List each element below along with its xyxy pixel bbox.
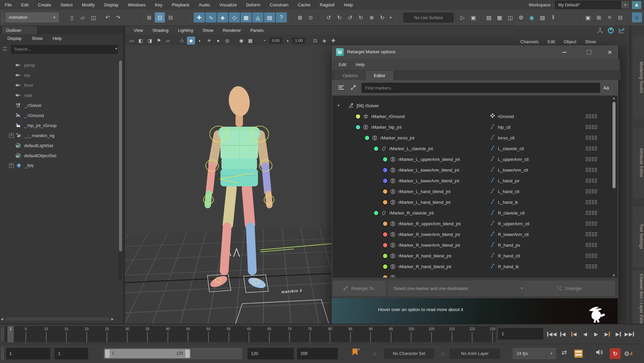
scroll-up-icon[interactable]: ▲ (612, 96, 616, 100)
animation-preferences-button[interactable]: ⚙ʎ (624, 348, 638, 359)
marker-row[interactable]: rMarker_hip_jnthip_ctl (332, 122, 618, 132)
viewport-menu-show[interactable]: Show (198, 26, 218, 35)
list-settings-icon[interactable] (338, 84, 344, 92)
menu-constrain[interactable]: Constrain (265, 0, 293, 10)
outliner-vertical-scrollbar[interactable] (118, 59, 122, 280)
select-component-icon[interactable]: ⊟ (166, 12, 176, 22)
maximize-button[interactable] (583, 48, 595, 56)
outliner-item-side[interactable]: side (0, 90, 117, 100)
textured-mode-icon[interactable]: ◐ (196, 37, 204, 45)
add-bookmark-icon[interactable]: + (358, 348, 360, 351)
construction-history-icon[interactable]: ↺ (345, 12, 355, 22)
marker-row[interactable]: rMarker_R_hand_blend_jntR_hand_ik (332, 261, 618, 272)
open-render-view-icon[interactable]: ▧ (484, 12, 494, 22)
construction-dropdown-icon[interactable]: ▾ (388, 12, 393, 22)
outliner-search-dropdown-icon[interactable]: ▼ (115, 47, 118, 51)
use-all-lights-icon[interactable]: ☀ (205, 37, 213, 45)
outliner-item-top[interactable]: top (0, 70, 117, 80)
expand-icon[interactable]: + (9, 133, 14, 138)
scroll-down-icon[interactable]: ▼ (612, 274, 616, 277)
scrollbar-thumb[interactable] (119, 60, 122, 251)
marker-row[interactable]: rMarker_R_lowerArm_blend_jntR_hand_pv (332, 240, 618, 250)
untarget-button[interactable]: Untarget (523, 280, 615, 296)
snap-to-projected-center-icon[interactable]: ◇ (229, 12, 240, 22)
graph-editor-icon[interactable] (618, 27, 625, 36)
playblast-icon[interactable]: ▷ (458, 12, 468, 22)
render-region-icon[interactable]: ▨ (537, 12, 548, 22)
menu-visualize[interactable]: Visualize (215, 0, 242, 10)
viewport-gamma-value[interactable]: 1.00 (292, 38, 305, 44)
row-options-icon[interactable] (586, 210, 597, 217)
exposure-icon-icon[interactable]: ◔ (260, 37, 268, 45)
screen-space-ao-icon[interactable]: ◎ (223, 37, 231, 45)
step-back-frame-button[interactable]: ◀ (569, 328, 579, 340)
find-markers-input[interactable] (362, 83, 600, 93)
workspace-select[interactable]: My Default* ▼ (555, 1, 630, 9)
snap-to-view-plane-icon[interactable]: ▦ (241, 12, 252, 22)
sidebar-layers-toggle[interactable]: ≡ (632, 12, 642, 22)
menu-ragdoll[interactable]: Ragdoll (315, 0, 339, 10)
gamma-icon-icon[interactable]: ◑ (283, 37, 291, 45)
go-to-start-button[interactable]: ◀◀ (547, 328, 557, 340)
tab-modeling-toolkit[interactable]: Modeling Toolkit (633, 36, 644, 119)
chevron-down-icon[interactable]: ▼ (546, 348, 556, 359)
render-current-frame-icon[interactable]: ▦ (495, 12, 505, 22)
make-live-icon[interactable]: ▤ (264, 12, 275, 22)
mute-audio-icon[interactable] (596, 349, 603, 357)
snap-to-point-icon[interactable]: ◈ (217, 12, 228, 22)
time-slider[interactable]: 1 51015202530354045505560657075808590951… (5, 326, 496, 342)
menu-file[interactable]: File (0, 0, 16, 10)
menu-key[interactable]: Key (150, 0, 167, 10)
input-to-selected-icon[interactable]: ↺ (324, 12, 334, 22)
animation-end-field[interactable]: 200 (297, 348, 338, 359)
scrollbar-track[interactable] (5, 317, 110, 321)
play-backwards-button[interactable]: ◀ (580, 328, 590, 340)
cycle-check-icon[interactable]: ↻ (377, 12, 387, 22)
viewport-menu-view[interactable]: View (129, 26, 148, 35)
menu-set-selector[interactable]: Animation (5, 12, 53, 22)
film-gate-icon[interactable]: ◨ (146, 37, 154, 45)
marker-list-scrollbar[interactable]: ▲ ▼ (612, 96, 616, 277)
outliner-item--hip-jnt-rgroup[interactable]: _:hip_jnt_rGroup (0, 120, 117, 130)
outliner-item-defaultlightset[interactable]: defaultLightSet (0, 140, 117, 150)
xray-mode-icon[interactable]: ◈ (320, 37, 328, 45)
spread-sheet-icon[interactable]: ⊟ (615, 12, 625, 22)
snap-help-icon[interactable]: ? (276, 12, 287, 22)
viewport-menu-lighting[interactable]: Lighting (173, 26, 198, 35)
marker-row[interactable]: rMarker_L_hand_blend_jntL_hand_ik (332, 197, 618, 207)
anti-aliasing-icon[interactable]: ▩ (246, 37, 254, 45)
expand-icon[interactable]: + (9, 163, 14, 168)
undo-icon[interactable]: ↶ (103, 12, 113, 22)
image-plane-icon[interactable]: ▱ (164, 37, 172, 45)
viewport-menu-panels[interactable]: Panels (246, 26, 268, 35)
workspace-panel-icon[interactable]: ▣ (583, 12, 593, 22)
range-end-handle[interactable] (185, 350, 190, 358)
scroll-left-icon[interactable]: ◀ (1, 317, 3, 321)
open-scene-icon[interactable]: ▱ (78, 12, 88, 22)
shadows-icon[interactable]: ● (214, 37, 222, 45)
marker-row[interactable]: rMarker_R_upperArm_blend_jntR_upperArm_c… (332, 218, 618, 229)
shaded-mode-icon[interactable]: ◆ (187, 37, 195, 45)
close-button[interactable]: ✕ (604, 48, 616, 56)
outliner-item--rground[interactable]: _:rGround (0, 110, 117, 120)
fps-select[interactable]: 24 fps ▼ (513, 348, 556, 359)
statusline-grip[interactable] (1, 12, 4, 23)
grid-toggle-icon[interactable]: ▭ (128, 37, 136, 45)
range-start-handle[interactable] (105, 350, 110, 358)
row-options-icon[interactable] (586, 253, 597, 259)
go-to-end-button[interactable]: ▶▶ (624, 328, 634, 340)
marker-row[interactable]: rMarker_L_lowerArm_blend_jntL_hand_pv (332, 175, 618, 186)
marker-row[interactable]: rMarker_L_hand_blend_jntL_hand_ctl (332, 186, 618, 197)
snap-to-grid-icon[interactable]: ✚ (194, 12, 205, 22)
display-rgb-channels-icon[interactable]: ◉ (527, 12, 537, 22)
marker-row[interactable]: rMarker_L_upperArm_blend_jntL_upperArm_c… (332, 154, 618, 165)
dialog-menu-edit[interactable]: Edit (334, 59, 351, 70)
row-options-icon[interactable] (586, 146, 597, 152)
evaluate-nodes-icon[interactable]: ↻ (356, 12, 366, 22)
marker-row[interactable]: rMarker_torso_jnttorso_ctl (332, 132, 618, 143)
outliner-menu-show[interactable]: Show (28, 34, 47, 43)
row-options-icon[interactable] (586, 135, 597, 141)
timeslider-grip[interactable] (1, 327, 4, 341)
marker-row[interactable]: rMarker_L_lowerArm_blend_jntL_lowerArm_c… (332, 165, 618, 175)
xray-joints-icon[interactable]: ✚ (329, 37, 337, 45)
